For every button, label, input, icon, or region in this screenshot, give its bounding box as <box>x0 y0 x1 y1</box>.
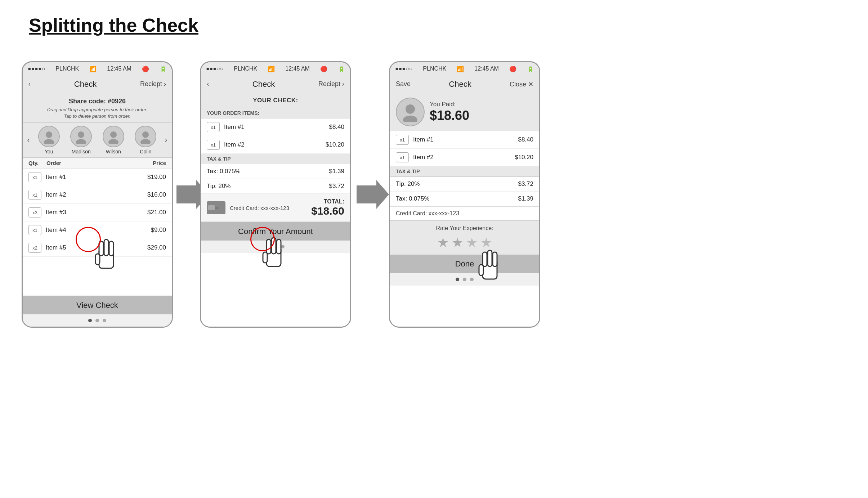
phone-3: ●●●○○ PLNCHK 📶 12:45 AM 🔴 🔋 Save Check C… <box>389 61 540 328</box>
your-check-header: YOUR CHECK: <box>201 93 350 108</box>
svg-rect-17 <box>277 239 281 254</box>
arrow-2 <box>357 180 389 210</box>
order-item-1: x1 Item #1 $19.00 <box>23 169 172 186</box>
order-item-3: x3 Item #3 $21.00 <box>23 204 172 221</box>
star-2[interactable]: ★ <box>452 235 463 250</box>
credit-card-section-3: Credit Card: xxx-xxx-123 <box>390 206 539 220</box>
rate-title: Rate Your Experience: <box>396 225 533 232</box>
svg-point-7 <box>140 139 151 144</box>
receipt-paid-info: You Paid: $18.60 <box>430 101 469 123</box>
nav-title-1: Check <box>74 80 97 89</box>
status-dots-2: ●●●○○ <box>206 66 223 72</box>
svg-rect-11 <box>104 239 108 256</box>
rate-section: Rate Your Experience: ★ ★ ★ ★ <box>390 220 539 255</box>
payment-section-2: Credit Card: xxx-xxx-123 TOTAL: $18.60 <box>201 194 350 222</box>
status-bar-2: ●●●○○ PLNCHK 📶 12:45 AM 🔴 🔋 <box>201 62 350 75</box>
nav-receipt-1[interactable]: Reciept › <box>140 80 166 88</box>
time-1: 12:45 AM <box>107 66 131 72</box>
svg-point-5 <box>108 139 118 144</box>
avatar-circle-wilson <box>103 126 124 147</box>
view-check-button[interactable]: View Check <box>23 296 172 314</box>
total-amount-2: $18.60 <box>311 205 344 217</box>
svg-rect-18 <box>263 252 267 263</box>
nav-back-2[interactable]: ‹ <box>207 80 209 88</box>
status-bar-3: ●●●○○ PLNCHK 📶 12:45 AM 🔴 🔋 <box>390 62 539 75</box>
nav-receipt-2[interactable]: Reciept › <box>318 80 344 88</box>
red-circle-1 <box>76 227 101 252</box>
time-3: 12:45 AM <box>474 66 499 72</box>
tip-value-2: $3.72 <box>329 183 344 190</box>
total-section-2: TOTAL: $18.60 <box>311 198 344 217</box>
item-price-2: $16.00 <box>147 191 166 198</box>
bluetooth-icon-1: 🔴 <box>142 66 149 72</box>
avatar-colin[interactable]: Colin <box>135 126 156 154</box>
phone3-content: You Paid: $18.60 x1 Item #1 $8.40 x1 Ite… <box>390 93 539 327</box>
star-1[interactable]: ★ <box>437 235 449 250</box>
share-code-area: Share code: #0926 Drag and Drop appropri… <box>23 93 172 123</box>
svg-point-21 <box>403 116 417 122</box>
nav-bar-3: Save Check Close ✕ <box>390 75 539 93</box>
avatar-madison[interactable]: Madison <box>70 126 92 154</box>
card-label-2: Credit Card: <box>230 205 259 211</box>
check-price-1: $8.40 <box>329 124 344 131</box>
nav-back-1[interactable]: ‹ <box>28 80 31 88</box>
qty-box-4: x1 <box>28 225 41 235</box>
total-label-2: TOTAL: <box>311 198 344 205</box>
svg-point-2 <box>78 131 84 138</box>
battery-icon-3: 🔋 <box>527 66 534 72</box>
avatar-label-wilson: Wilson <box>106 149 121 154</box>
phone-1: ●●●●○ PLNCHK 📶 12:45 AM 🔴 🔋 ‹ Check Reci… <box>22 61 173 328</box>
receipt-price-1: $8.40 <box>518 136 533 143</box>
carrier-1: PLNCHK <box>55 66 79 72</box>
item-price-5: $29.00 <box>147 244 166 251</box>
avatar-scroll-left[interactable]: ‹ <box>24 135 33 145</box>
tax-label-3: Tax: 0.075% <box>396 195 518 202</box>
avatar-scroll-right[interactable]: › <box>162 135 170 145</box>
dot-1-2 <box>95 319 99 322</box>
receipt-header: You Paid: $18.60 <box>390 93 539 131</box>
pagination-dots-3 <box>390 273 539 286</box>
avatar-you[interactable]: You <box>38 126 60 154</box>
tip-label-3: Tip: 20% <box>396 180 518 188</box>
tax-item-3: Tax: 0.075% $1.39 <box>390 192 539 206</box>
stars-row: ★ ★ ★ ★ <box>396 235 533 250</box>
receipt-item-1: x1 Item #1 $8.40 <box>390 131 539 149</box>
time-2: 12:45 AM <box>285 66 310 72</box>
receipt-qty-2: x1 <box>396 152 409 162</box>
dot-3-1 <box>456 278 459 281</box>
done-button[interactable]: Done <box>390 255 539 273</box>
nav-close-3[interactable]: Close ✕ <box>510 80 533 88</box>
svg-point-0 <box>46 131 52 138</box>
tax-value-2: $1.39 <box>329 168 344 175</box>
svg-point-6 <box>142 131 149 138</box>
cursor-hand-3 <box>472 245 508 290</box>
receipt-item-2: x1 Item #2 $10.20 <box>390 149 539 166</box>
avatar-wilson[interactable]: Wilson <box>103 126 124 154</box>
avatar-circle-you <box>38 126 60 147</box>
status-dots-3: ●●●○○ <box>395 66 412 72</box>
dot-1-1 <box>88 319 92 322</box>
carrier-3: PLNCHK <box>423 66 446 72</box>
receipt-qty-1: x1 <box>396 135 409 145</box>
tax-tip-label-2: TAX & TIP <box>201 154 350 164</box>
red-circle-2 <box>250 227 275 251</box>
avatar-label-colin: Colin <box>140 149 151 154</box>
carrier-2: PLNCHK <box>234 66 257 72</box>
item-price-1: $19.00 <box>147 174 166 181</box>
dot-3-2 <box>463 278 466 281</box>
phone2-content: YOUR CHECK: YOUR ORDER ITEMS: x1 Item #1… <box>201 93 350 327</box>
nav-save-3[interactable]: Save <box>396 80 411 88</box>
svg-rect-13 <box>95 254 100 265</box>
tax-item-2: Tax: 0.075% $1.39 <box>201 164 350 179</box>
svg-rect-25 <box>493 252 497 266</box>
svg-point-20 <box>406 104 415 114</box>
qty-box-1: x1 <box>28 172 41 182</box>
status-dots-1: ●●●●○ <box>28 66 45 72</box>
col-price-label: Price <box>153 160 166 166</box>
tax-label-2: Tax: 0.075% <box>207 168 329 175</box>
card-details-2: Credit Card: xxx-xxx-123 <box>230 205 311 211</box>
receipt-paid-amount: $18.60 <box>430 108 469 123</box>
svg-rect-24 <box>488 250 492 266</box>
battery-icon-1: 🔋 <box>160 66 167 72</box>
share-code-sub: Drag and Drop appropriate person to thei… <box>28 107 166 120</box>
